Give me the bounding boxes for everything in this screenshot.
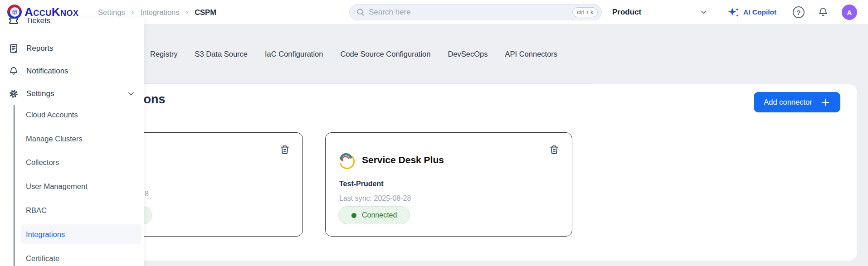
breadcrumb-separator: › [132, 8, 134, 17]
sidebar-item-integrations[interactable]: Integrations [21, 224, 141, 244]
settings-sidebar: Tickets Reports Notifications Setti [0, 18, 144, 266]
sidebar-item-label: Notifications [26, 67, 68, 76]
product-dropdown-label: Product [612, 8, 641, 17]
tab-code-source-configuration[interactable]: Code Source Configuration [340, 50, 430, 58]
connector-title: Service Desk Plus [362, 155, 444, 165]
global-search: ctrl + k [349, 4, 602, 20]
connector-name: Test-Prudent [339, 180, 383, 188]
ai-copilot-label: AI Copilot [743, 8, 776, 16]
notifications-bell-icon[interactable] [817, 6, 829, 18]
sidebar-item-cloud-accounts[interactable]: Cloud Accounts [21, 105, 141, 125]
tab-iac-configuration[interactable]: IaC Configuration [265, 50, 323, 58]
add-connector-button[interactable]: Add connector [754, 92, 840, 112]
report-document-icon [8, 43, 19, 54]
tab-devsecops[interactable]: DevSecOps [448, 50, 488, 58]
last-sync-text: Last sync: 2025-08-28 [339, 194, 411, 203]
connector-card-service-desk-plus[interactable]: Service Desk Plus Test-Prudent Last sync… [325, 132, 572, 237]
sidebar-item-collectors[interactable]: Collectors [21, 152, 141, 172]
accuknox-logo-icon[interactable] [7, 5, 22, 19]
product-dropdown[interactable]: Product [612, 0, 708, 24]
tab-api-connectors[interactable]: API Connectors [505, 50, 558, 58]
brand-wordmark[interactable]: AccuKnox [24, 5, 79, 19]
app-root: AccuKnox Settings › Integrations › CSPM … [0, 0, 868, 266]
cube-icon [12, 9, 18, 15]
plus-icon [820, 97, 830, 107]
gear-icon [8, 88, 19, 99]
sidebar-item-certificate[interactable]: Certificate [21, 248, 141, 266]
sidebar-item-reports[interactable]: Reports [0, 37, 144, 60]
sidebar-item-label: Settings [26, 89, 54, 98]
sidebar-item-notifications[interactable]: Notifications [0, 59, 144, 83]
chevron-down-icon [127, 89, 136, 98]
ticket-icon [8, 18, 19, 26]
user-avatar[interactable]: A [842, 5, 857, 20]
breadcrumb-integrations[interactable]: Integrations [140, 8, 179, 17]
help-icon[interactable]: ? [793, 6, 805, 18]
search-shortcut-badge: ctrl + k [572, 7, 598, 17]
delete-connector-icon[interactable] [548, 144, 560, 155]
sidebar-item-tickets[interactable]: Tickets [0, 18, 144, 33]
add-connector-label: Add connector [764, 98, 812, 106]
sidebar-item-label: Reports [26, 44, 54, 53]
search-icon [356, 8, 365, 17]
integration-tabs: Registry S3 Data Source IaC Configuratio… [150, 50, 557, 58]
chevron-down-icon [699, 8, 708, 17]
breadcrumb-separator: › [186, 8, 189, 17]
search-input[interactable] [365, 8, 572, 17]
sidebar-item-user-management[interactable]: User Management [21, 176, 141, 196]
sidebar-item-label: Tickets [26, 18, 50, 25]
tab-registry[interactable]: Registry [150, 50, 178, 58]
sidebar-item-settings[interactable]: Settings [0, 82, 144, 106]
service-desk-plus-logo-icon [338, 152, 356, 170]
status-dot-icon [351, 213, 356, 218]
breadcrumb-cspm: CSPM [195, 8, 216, 17]
submenu-rule [14, 105, 15, 266]
status-badge: Connected [338, 206, 410, 224]
delete-connector-icon[interactable] [279, 144, 291, 155]
bell-icon [8, 66, 19, 77]
sidebar-item-rbac[interactable]: RBAC [21, 200, 141, 220]
sidebar-item-manage-clusters[interactable]: Manage Clusters [21, 129, 141, 149]
ai-copilot-button[interactable]: AI Copilot [727, 0, 776, 24]
breadcrumb-settings[interactable]: Settings [98, 8, 125, 17]
status-label: Connected [362, 211, 397, 219]
tab-s3-data-source[interactable]: S3 Data Source [195, 50, 248, 58]
last-sync-text-fragment: 8 [145, 190, 149, 198]
sparkle-icon [727, 6, 740, 19]
